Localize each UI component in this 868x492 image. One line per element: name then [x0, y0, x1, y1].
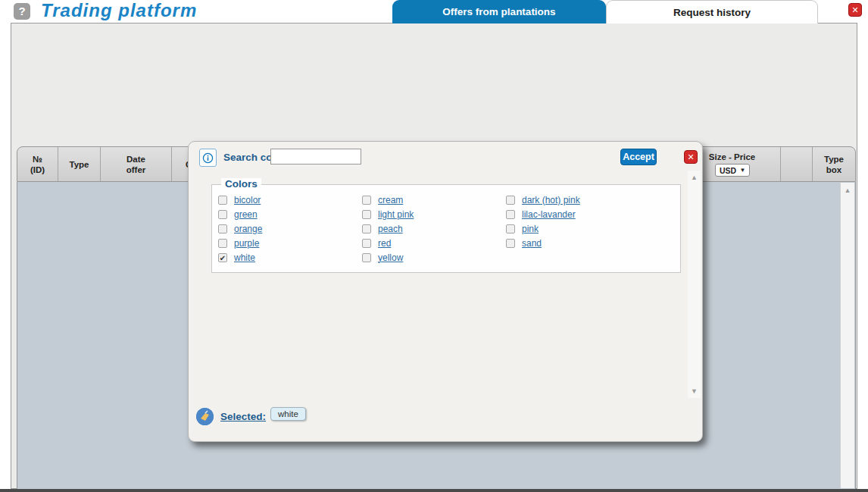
color-link[interactable]: sand — [522, 238, 542, 249]
color-option[interactable]: peach — [362, 221, 414, 236]
currency-value: USD — [719, 165, 738, 176]
col-header-type: Type — [58, 147, 101, 181]
color-option[interactable]: ✔white — [218, 250, 262, 265]
search-color-input[interactable] — [270, 149, 361, 165]
color-option[interactable]: sand — [506, 236, 580, 250]
color-option[interactable]: light pink — [362, 207, 414, 221]
color-option[interactable]: bicolor — [218, 193, 262, 207]
color-option[interactable]: pink — [506, 221, 580, 236]
color-link[interactable]: bicolor — [234, 195, 261, 205]
scroll-up-icon[interactable]: ▲ — [841, 186, 854, 194]
color-checkbox[interactable] — [506, 196, 515, 205]
color-option[interactable]: purple — [218, 236, 262, 250]
color-column: creamlight pinkpeachredyellow — [362, 193, 414, 265]
color-checkbox[interactable] — [218, 196, 227, 205]
accept-button[interactable]: Accept — [620, 149, 657, 165]
col-header-empty — [781, 147, 813, 181]
color-checkbox[interactable] — [362, 224, 371, 233]
color-checkbox[interactable] — [362, 196, 371, 205]
clear-selection-icon[interactable] — [196, 408, 214, 425]
page-title: Trading platform — [41, 0, 197, 21]
col-header-id: №(ID) — [17, 147, 58, 181]
color-checkbox[interactable] — [362, 210, 371, 219]
color-link[interactable]: pink — [522, 224, 539, 234]
color-checkbox[interactable] — [506, 210, 515, 219]
color-checkbox[interactable] — [218, 210, 227, 219]
color-link[interactable]: orange — [234, 224, 262, 234]
color-link[interactable]: purple — [234, 238, 259, 249]
color-checkbox[interactable] — [218, 224, 227, 233]
color-checkbox[interactable] — [506, 224, 515, 233]
dialog-close-icon[interactable]: ✕ — [684, 150, 698, 164]
selected-label[interactable]: Selected: — [220, 411, 266, 422]
colors-fieldset: Colors bicolorgreenorangepurple✔white cr… — [211, 184, 681, 273]
search-color-dialog: Search color: Accept ✕ ▲ ▼ Colors bicolo… — [188, 141, 703, 442]
window-close-icon[interactable]: ✕ — [848, 3, 862, 17]
tab-request-history[interactable]: Request history — [606, 0, 818, 24]
color-link[interactable]: peach — [378, 224, 403, 234]
selected-chips: white — [270, 407, 306, 421]
help-icon[interactable]: ? — [14, 3, 30, 20]
info-icon — [199, 149, 217, 167]
color-option[interactable]: dark (hot) pink — [506, 193, 580, 207]
color-option[interactable]: yellow — [362, 250, 414, 265]
color-link[interactable]: green — [234, 209, 258, 220]
color-option[interactable]: green — [218, 207, 262, 221]
color-link[interactable]: lilac-lavander — [522, 209, 576, 220]
color-checkbox[interactable]: ✔ — [218, 253, 227, 262]
scroll-up-icon[interactable]: ▲ — [688, 174, 701, 181]
tab-offers-from-plantations[interactable]: Offers from plantations — [392, 0, 606, 24]
color-option[interactable]: red — [362, 236, 414, 250]
offers-scrollbar[interactable]: ▲ — [840, 183, 854, 488]
color-checkbox[interactable] — [362, 239, 371, 248]
color-link[interactable]: cream — [378, 195, 403, 205]
color-link[interactable]: light pink — [378, 209, 414, 220]
color-checkbox[interactable] — [218, 239, 227, 248]
color-option[interactable]: lilac-lavander — [506, 207, 580, 221]
color-column: dark (hot) pinklilac-lavanderpinksand — [506, 193, 580, 250]
color-checkbox[interactable] — [506, 239, 515, 248]
col-header-type-box: Typebox — [813, 147, 855, 181]
col-header-date-offer: Dateoffer — [101, 147, 172, 181]
currency-select[interactable]: USD ▼ — [715, 164, 750, 177]
selected-color-chip[interactable]: white — [270, 407, 306, 421]
chevron-down-icon: ▼ — [740, 165, 746, 176]
color-option[interactable]: orange — [218, 221, 262, 236]
color-link[interactable]: dark (hot) pink — [522, 195, 580, 205]
color-link[interactable]: white — [234, 252, 255, 263]
color-column: bicolorgreenorangepurple✔white — [218, 193, 262, 265]
color-checkbox[interactable] — [362, 253, 371, 262]
color-link[interactable]: yellow — [378, 252, 403, 263]
color-option[interactable]: cream — [362, 193, 414, 207]
scroll-down-icon[interactable]: ▼ — [688, 387, 701, 395]
colors-legend: Colors — [221, 178, 261, 190]
dialog-scrollbar[interactable]: ▲ ▼ — [688, 171, 701, 398]
color-link[interactable]: red — [378, 238, 391, 249]
page-bottom-edge — [0, 489, 868, 492]
